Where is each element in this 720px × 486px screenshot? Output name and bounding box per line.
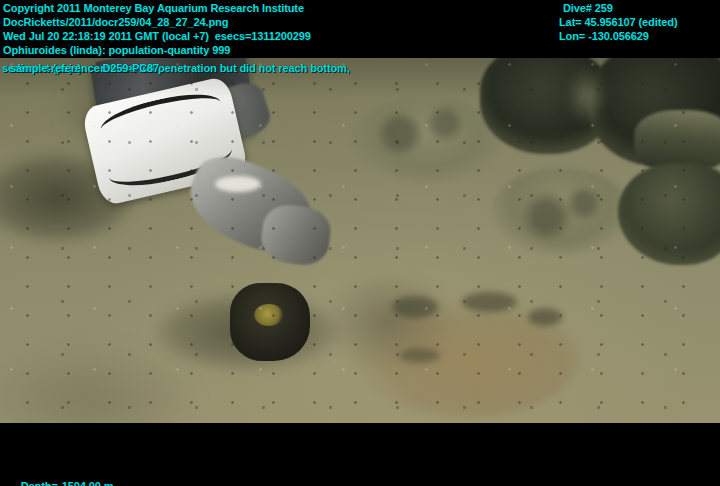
top-right-text-block: Dive# 259 Lat= 45.956107 (edited) Lon= -… xyxy=(559,1,677,43)
rov-video-frame: Copyright 2011 Monterey Bay Aquarium Res… xyxy=(0,0,720,486)
top-overlay-bar: Copyright 2011 Monterey Bay Aquarium Res… xyxy=(0,0,720,58)
seafloor-scene: sediment (psje): comment full penetratio… xyxy=(0,58,720,423)
annotation-ophiuroides-line: Ophiuroides (linda): population-quantity… xyxy=(3,43,311,57)
longitude-readout: Lon= -130.056629 xyxy=(559,29,677,43)
filepath-line: DocRicketts/2011/docr259/04_28_27_24.png xyxy=(3,15,311,29)
copyright-line: Copyright 2011 Monterey Bay Aquarium Res… xyxy=(3,1,311,15)
annotation-sample-ref: sample-reference D259-PC87 xyxy=(10,61,159,75)
sediment-speckle-texture xyxy=(0,58,720,423)
dive-number: Dive# 259 xyxy=(559,1,677,15)
top-left-text-block: Copyright 2011 Monterey Bay Aquarium Res… xyxy=(3,1,311,57)
timestamp-line: Wed Jul 20 22:18:19 2011 GMT (local +7) … xyxy=(3,29,311,43)
ctd-status-line: Depth=1504.00 m Temp=2.382 C Sal=34.516 … xyxy=(3,465,122,486)
latitude-readout: Lat= 45.956107 (edited) xyxy=(559,15,677,29)
depth-readout: Depth=1504.00 m xyxy=(21,480,114,486)
bottom-overlay-bar: Depth=1504.00 m Temp=2.382 C Sal=34.516 … xyxy=(0,423,720,486)
